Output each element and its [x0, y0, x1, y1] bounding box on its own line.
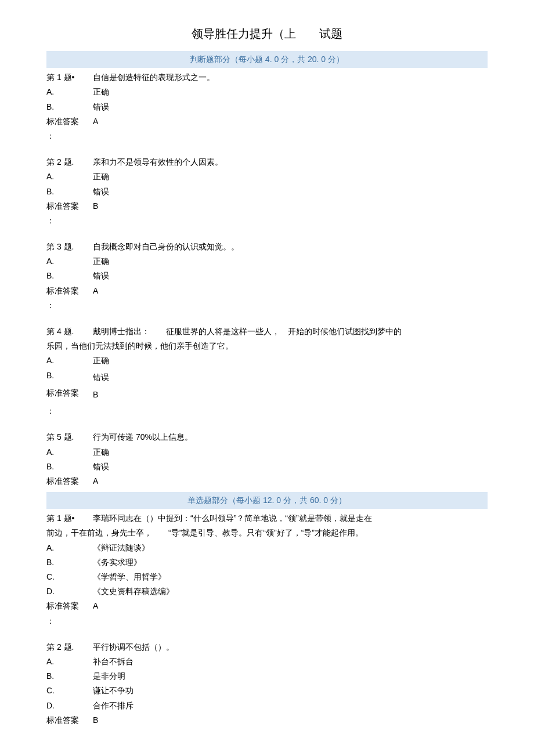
option-label-a: A.: [46, 254, 93, 269]
question-number: 第 1 题•: [46, 511, 93, 526]
option-label-a: A.: [46, 169, 93, 184]
single-section-header: 单选题部分（每小题 12. 0 分，共 60. 0 分）: [46, 492, 488, 509]
answer-colon: ：: [46, 404, 93, 418]
option-label-a: A.: [46, 353, 93, 368]
option-label-c: C.: [46, 570, 93, 584]
answer-value: B: [93, 199, 488, 214]
option-label-a: A.: [46, 541, 93, 555]
question-stem-line2: 前边，干在前边，身先士卒， “导”就是引导、教导。只有“领”好了，“导”才能起作…: [46, 526, 488, 540]
option-text-a: 补台不拆台: [93, 654, 488, 669]
option-text-d: 《文史资料存稿选编》: [93, 584, 488, 599]
question-number: 第 5 题.: [46, 430, 93, 444]
answer-value: A: [93, 599, 488, 613]
question-stem: 自信是创造特征的表现形式之一。: [93, 70, 488, 85]
judge-question-3: 第 3 题. 自我概念即对自己身份的认识或知觉。。 A. 正确 B. 错误 标准…: [46, 240, 488, 313]
option-label-b: B.: [46, 368, 93, 386]
question-number: 第 1 题•: [46, 70, 93, 85]
option-label-a: A.: [46, 654, 93, 669]
answer-colon: ：: [46, 214, 93, 228]
option-text-a: 正确: [93, 169, 488, 184]
answer-value: A: [93, 114, 488, 129]
question-number: 第 4 题.: [46, 324, 93, 339]
option-label-d: D.: [46, 584, 93, 599]
answer-label: 标准答案: [46, 713, 93, 728]
single-question-2: 第 2 题. 平行协调不包括（）。 A. 补台不拆台 B. 是非分明 C. 谦让…: [46, 640, 488, 728]
option-text-d: 合作不排斥: [93, 699, 488, 713]
answer-colon: ：: [46, 298, 93, 313]
option-label-c: C.: [46, 683, 93, 698]
option-label-b: B.: [46, 555, 93, 570]
option-label-b: B.: [46, 669, 93, 683]
option-text-b: 错误: [93, 185, 488, 199]
judge-section-header: 判断题部分（每小题 4. 0 分，共 20. 0 分）: [46, 51, 488, 68]
answer-value: A: [93, 284, 488, 298]
answer-label: 标准答案: [46, 386, 93, 404]
option-text-b: 是非分明: [93, 669, 488, 683]
option-text-b: 错误: [93, 269, 488, 283]
answer-label: 标准答案: [46, 114, 93, 129]
judge-question-5: 第 5 题. 行为可传递 70%以上信息。 A. 正确 B. 错误 标准答案 A: [46, 430, 488, 489]
page-title: 领导胜任力提升（上 试题: [46, 23, 488, 44]
question-stem: 亲和力不是领导有效性的个人因素。: [93, 155, 488, 169]
option-text-c: 谦让不争功: [93, 683, 488, 698]
answer-value: B: [93, 386, 488, 404]
question-stem: 平行协调不包括（）。: [93, 640, 488, 654]
question-stem-line1: 李瑞环同志在（）中提到：“什么叫领导”？简单地说，“领”就是带领，就是走在: [93, 511, 488, 526]
question-stem-line2: 乐园，当他们无法找到的时候，他们亲手创造了它。: [46, 339, 488, 353]
answer-colon: ：: [46, 129, 93, 143]
option-label-b: B.: [46, 100, 93, 114]
option-label-b: B.: [46, 269, 93, 283]
option-text-a: 正确: [93, 353, 488, 368]
answer-value: B: [93, 713, 488, 728]
judge-question-2: 第 2 题. 亲和力不是领导有效性的个人因素。 A. 正确 B. 错误 标准答案…: [46, 155, 488, 228]
option-text-c: 《学哲学、用哲学》: [93, 570, 488, 584]
question-stem-line1: 戴明博士指出： 征服世界的人将是这样一些人， 开始的时候他们试图找到梦中的: [93, 324, 488, 339]
option-text-a: 正确: [93, 85, 488, 99]
answer-colon: ：: [46, 614, 93, 628]
option-label-d: D.: [46, 699, 93, 713]
answer-label: 标准答案: [46, 199, 93, 214]
judge-question-1: 第 1 题• 自信是创造特征的表现形式之一。 A. 正确 B. 错误 标准答案 …: [46, 70, 488, 143]
option-label-a: A.: [46, 445, 93, 460]
option-label-b: B.: [46, 460, 93, 474]
question-number: 第 3 题.: [46, 240, 93, 254]
option-text-b: 错误: [93, 368, 488, 386]
answer-label: 标准答案: [46, 474, 93, 489]
option-text-b: 《务实求理》: [93, 555, 488, 570]
answer-value: A: [93, 474, 488, 489]
option-text-b: 错误: [93, 100, 488, 114]
question-number: 第 2 题.: [46, 640, 93, 654]
option-text-b: 错误: [93, 460, 488, 474]
question-number: 第 2 题.: [46, 155, 93, 169]
option-text-a: 正确: [93, 254, 488, 269]
question-stem: 行为可传递 70%以上信息。: [93, 430, 488, 444]
question-stem: 自我概念即对自己身份的认识或知觉。。: [93, 240, 488, 254]
option-label-b: B.: [46, 185, 93, 199]
answer-label: 标准答案: [46, 284, 93, 298]
judge-question-4: 第 4 题. 戴明博士指出： 征服世界的人将是这样一些人， 开始的时候他们试图找…: [46, 324, 488, 418]
option-label-a: A.: [46, 85, 93, 99]
option-text-a: 正确: [93, 445, 488, 460]
option-text-a: 《辩证法随谈》: [93, 541, 488, 555]
single-question-1: 第 1 题• 李瑞环同志在（）中提到：“什么叫领导”？简单地说，“领”就是带领，…: [46, 511, 488, 628]
answer-label: 标准答案: [46, 599, 93, 613]
